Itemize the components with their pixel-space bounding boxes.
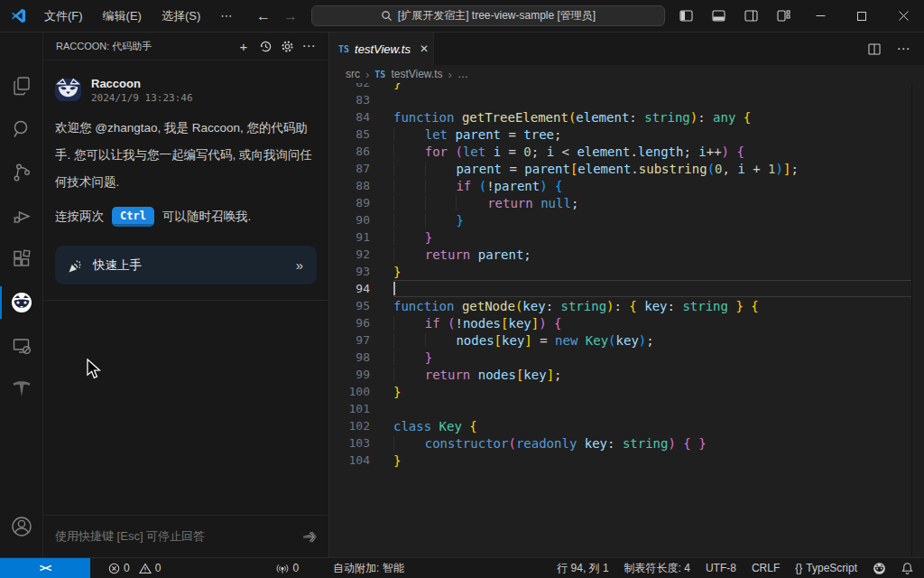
search-sidebar-icon[interactable] — [0, 108, 42, 150]
tab-testview[interactable]: TS testView.ts ✕ — [330, 33, 434, 65]
code-line-102[interactable]: 102class Key { — [330, 417, 924, 434]
code-line-95[interactable]: 95function getNode(key: string): { key: … — [330, 297, 924, 314]
code-line-86[interactable]: 86 for (let i = 0; i < element.length; i… — [330, 143, 924, 160]
breadcrumb-symbol[interactable]: … — [457, 68, 468, 80]
code-line-88[interactable]: 88 if (!parent) { — [330, 177, 924, 194]
close-window-button[interactable] — [882, 0, 924, 32]
send-icon[interactable] — [301, 530, 317, 544]
code-line-97[interactable]: 97 nodes[key] = new Key(key); — [330, 331, 924, 349]
menu-edit[interactable]: 编辑(E) — [95, 5, 150, 28]
code-line-104[interactable]: 104} — [330, 452, 924, 469]
editor-more-icon[interactable]: ⋯ — [892, 37, 915, 61]
ctrl-hint-pre: 连按两次 — [55, 209, 104, 225]
line-number: 94 — [330, 280, 370, 297]
remote-indicator[interactable]: >< — [0, 558, 90, 578]
ports-status[interactable]: 0 — [276, 562, 299, 574]
code-line-87[interactable]: 87 parent = parent[element.substring(0, … — [330, 160, 924, 177]
code-line-89[interactable]: 89 return null; — [330, 194, 924, 211]
problems-status[interactable]: 0 0 — [108, 562, 161, 574]
braces-icon: {} — [795, 562, 802, 574]
breadcrumb-folder[interactable]: src — [346, 68, 360, 80]
code-line-94[interactable]: 94 — [330, 280, 924, 297]
vscode-logo-icon — [11, 8, 26, 23]
code-line-96[interactable]: 96 if (!nodes[key]) { — [330, 314, 924, 331]
remote-explorer-icon[interactable] — [0, 325, 42, 367]
raccoon-status-icon[interactable] — [873, 562, 886, 575]
raccoon-sidebar: RACCOON: 代码助手 + ⋯ Raccoon 2024/1/9 13:23… — [43, 33, 329, 557]
notifications-bell-icon[interactable] — [901, 562, 913, 574]
extensions-icon[interactable] — [0, 238, 42, 280]
run-debug-icon[interactable] — [0, 195, 42, 237]
line-number: 93 — [330, 263, 370, 280]
explorer-icon[interactable] — [0, 65, 42, 107]
tab-close-icon[interactable]: ✕ — [420, 42, 429, 55]
source-control-icon[interactable] — [0, 152, 42, 193]
line-number: 99 — [330, 366, 370, 383]
editor-group: TS testView.ts ✕ ⋯ src › TS testView.ts … — [330, 33, 924, 557]
new-chat-icon[interactable]: + — [233, 36, 254, 56]
menu-file[interactable]: 文件(F) — [36, 5, 91, 28]
code-line-100[interactable]: 100} — [330, 383, 924, 400]
line-number: 104 — [330, 452, 370, 469]
line-number: 90 — [330, 211, 370, 228]
assistant-name: Raccoon — [91, 77, 193, 90]
code-line-90[interactable]: 90 } — [330, 211, 924, 228]
code-line-83[interactable]: 83 — [330, 91, 924, 108]
scrollbar-divider — [911, 66, 912, 557]
warning-count: 0 — [155, 562, 162, 574]
editor-actions: ⋯ — [863, 33, 924, 65]
layout-panel-icon[interactable] — [702, 0, 735, 32]
split-editor-icon[interactable] — [863, 37, 886, 61]
code-line-99[interactable]: 99 return nodes[key]; — [330, 366, 924, 383]
layout-sidebar-left-icon[interactable] — [670, 0, 702, 32]
sidebar-settings-icon[interactable] — [276, 36, 298, 56]
line-number: 101 — [330, 400, 370, 417]
line-number: 100 — [330, 383, 370, 400]
code-lines[interactable]: 82}8384function getTreeElement(element: … — [330, 74, 924, 469]
sidebar-more-icon[interactable]: ⋯ — [298, 36, 319, 56]
error-count: 0 — [124, 562, 130, 574]
menu-selection[interactable]: 选择(S) — [153, 5, 208, 28]
ctrl-hint-post: 可以随时召唤我. — [162, 209, 251, 225]
code-line-98[interactable]: 98 } — [330, 349, 924, 366]
raccoon-extension-icon[interactable] — [0, 282, 42, 323]
code-line-93[interactable]: 93} — [330, 263, 924, 280]
quick-start-button[interactable]: 快速上手 » — [55, 246, 317, 284]
encoding-status[interactable]: UTF-8 — [706, 562, 736, 574]
eol-status[interactable]: CRLF — [752, 562, 780, 574]
auto-attach-label: 自动附加: 智能 — [333, 561, 404, 576]
line-number: 89 — [330, 194, 370, 211]
message-timestamp: 2024/1/9 13:23:46 — [91, 92, 193, 104]
history-icon[interactable] — [254, 36, 276, 56]
welcome-message: 欢迎您 @zhangtao, 我是 Raccoon, 您的代码助手. 您可以让我… — [55, 115, 317, 196]
minimize-button[interactable] — [799, 0, 841, 32]
window-controls — [670, 0, 924, 32]
tesla-extension-icon[interactable] — [0, 368, 42, 409]
line-number: 103 — [330, 434, 370, 452]
chat-input-bar[interactable]: 使用快捷键 [Esc] 可停止回答 — [43, 515, 328, 557]
quick-start-label: 快速上手 — [93, 257, 142, 274]
layout-sidebar-right-icon[interactable] — [735, 0, 767, 32]
maximize-button[interactable] — [841, 0, 882, 32]
text-cursor — [393, 282, 395, 295]
code-line-84[interactable]: 84function getTreeElement(element: strin… — [330, 108, 924, 126]
language-status[interactable]: {} TypeScript — [795, 562, 857, 574]
auto-attach-status[interactable]: 自动附加: 智能 — [333, 561, 404, 576]
broadcast-count: 0 — [292, 562, 299, 574]
nav-back-icon[interactable]: ← — [256, 0, 271, 32]
customize-layout-icon[interactable] — [767, 0, 799, 32]
code-line-101[interactable]: 101 — [330, 400, 924, 417]
code-line-92[interactable]: 92 return parent; — [330, 246, 924, 263]
line-number: 83 — [330, 91, 370, 108]
code-line-91[interactable]: 91 } — [330, 228, 924, 246]
breadcrumb-file[interactable]: testView.ts — [391, 68, 442, 80]
code-line-103[interactable]: 103 constructor(readonly key: string) { … — [330, 434, 924, 452]
accounts-icon[interactable] — [0, 506, 42, 547]
cursor-position-status[interactable]: 行 94, 列 1 — [557, 561, 608, 576]
warning-icon — [139, 563, 152, 574]
command-center-search[interactable]: [扩展开发宿主] tree-view-sample [管理员] — [311, 5, 665, 26]
code-line-85[interactable]: 85 let parent = tree; — [330, 126, 924, 143]
menu-more-icon[interactable]: ⋯ — [212, 5, 240, 26]
indentation-status[interactable]: 制表符长度: 4 — [624, 561, 690, 576]
chevron-right-icon: › — [365, 68, 369, 81]
